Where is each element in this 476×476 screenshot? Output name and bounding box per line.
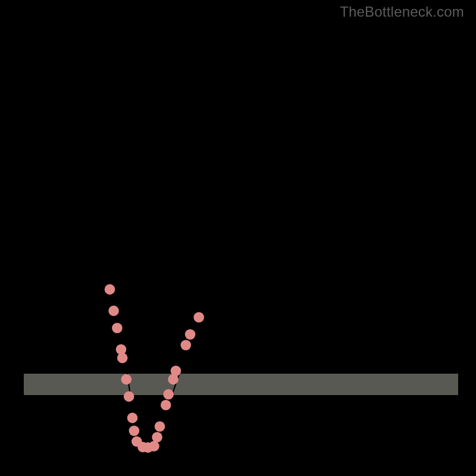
marker-dot [171,365,181,376]
marker-dot [185,329,196,340]
bottleneck-curve [24,24,458,452]
marker-dot [127,413,138,424]
watermark-text: TheBottleneck.com [340,4,464,20]
marker-dot [149,441,159,452]
marker-dot [112,322,123,333]
marker-group [105,284,204,453]
marker-dot [129,425,140,436]
marker-dot [155,421,165,432]
curve-left-branch [46,24,138,448]
marker-dot [181,340,192,350]
marker-dot [193,312,204,322]
marker-dot [117,353,128,364]
marker-dot [163,389,174,400]
chart-frame: TheBottleneck.com [0,0,476,476]
marker-dot [161,400,171,411]
marker-dot [121,374,132,385]
plot-area [24,24,458,452]
curve-right-branch [155,144,458,448]
marker-dot [105,284,115,295]
marker-dot [108,306,119,317]
marker-dot [124,392,134,402]
marker-dot [152,432,162,443]
